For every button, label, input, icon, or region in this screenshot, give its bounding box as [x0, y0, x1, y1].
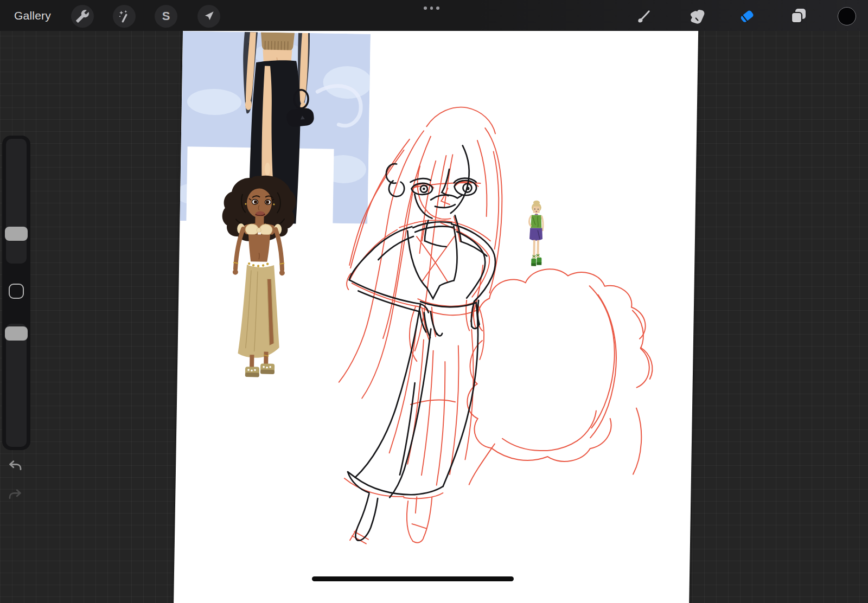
smudge-icon — [686, 7, 705, 25]
adjustments-wand-icon — [117, 9, 131, 23]
ink-lines — [345, 144, 497, 542]
opacity-handle[interactable] — [5, 326, 28, 341]
transform-button[interactable] — [197, 5, 220, 28]
woman-sketch-art — [174, 21, 698, 603]
eraser-icon — [737, 6, 757, 27]
sidebar — [2, 136, 30, 450]
redo-button[interactable] — [7, 487, 23, 503]
brush-size-handle[interactable] — [5, 227, 28, 241]
selection-button[interactable]: S — [155, 5, 177, 28]
layers-icon — [788, 6, 809, 27]
selection-s-icon: S — [162, 9, 170, 23]
modify-button[interactable] — [9, 284, 24, 299]
actions-wrench-icon — [75, 9, 90, 23]
undo-icon — [7, 458, 23, 474]
redo-icon — [7, 487, 23, 503]
smudge-tool-button[interactable] — [685, 6, 706, 27]
brush-icon — [635, 7, 653, 25]
home-indicator[interactable] — [312, 576, 514, 581]
brush-size-slider[interactable] — [6, 139, 27, 264]
opacity-slider[interactable] — [6, 324, 27, 447]
color-swatch-button[interactable] — [838, 7, 856, 25]
eraser-tool-button[interactable] — [737, 6, 757, 27]
actions-button[interactable] — [71, 5, 94, 28]
layers-button[interactable] — [788, 6, 809, 27]
undo-button[interactable] — [7, 458, 23, 474]
adjustments-button[interactable] — [113, 5, 136, 28]
brush-tool-button[interactable] — [634, 6, 654, 27]
cloud-doodle-art — [466, 268, 654, 487]
multitask-ellipsis-icon[interactable] — [424, 7, 439, 10]
drawing-canvas[interactable] — [174, 21, 698, 603]
transform-arrow-icon — [202, 9, 216, 23]
procreate-screen: Gallery S — [0, 0, 868, 603]
gallery-button[interactable]: Gallery — [14, 0, 51, 31]
top-toolbar: Gallery S — [0, 0, 868, 31]
